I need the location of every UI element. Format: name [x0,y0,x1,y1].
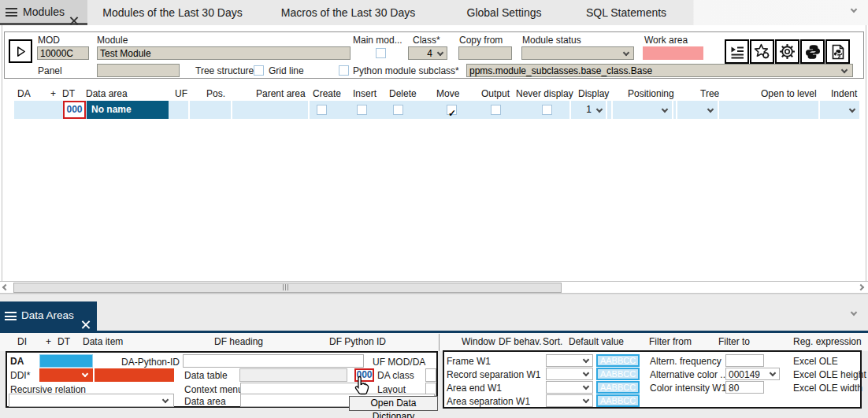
da-python-id-field[interactable] [183,354,364,368]
close-icon[interactable] [81,320,90,329]
da-class-label: DA class [377,371,414,381]
settings-button[interactable] [775,39,799,64]
col-filter-to: Filter to [718,336,750,347]
excel-ole-label: Excel OLE [793,357,838,367]
output-checkbox[interactable] [491,105,501,115]
altern-frequency-field[interactable] [725,354,764,367]
col-uf: UF [175,88,187,99]
col-data-item: Data item [83,336,123,347]
tree-select[interactable] [676,101,719,119]
frame-w1-color[interactable]: AABBCC [596,354,640,367]
display-value: 1 [586,101,592,119]
chevron-down-icon [583,397,589,403]
ddi-label: DDI* [10,371,30,381]
application-window: Modules Modules of the Last 30 Days Macr… [0,0,868,418]
tab-global-settings[interactable]: Global Settings [467,0,542,25]
row-data-area-cell[interactable]: No name [87,101,169,119]
module-status-select[interactable] [521,46,634,60]
class-value: 4 [427,48,432,59]
area-separation-w1-label: Area separation W1 [447,397,530,407]
hamburger-icon[interactable] [6,8,17,17]
tab-data-areas[interactable]: Data Areas [0,301,97,331]
area-separation-w1-select[interactable] [546,394,593,407]
scrollbar-thumb[interactable] [13,283,562,293]
run-list-button[interactable] [725,39,749,64]
insert-checkbox[interactable] [357,105,367,115]
col-default-value: Default value [569,336,624,347]
record-separation-w1-label: Record separation W1 [447,370,540,380]
da-field[interactable] [39,354,93,368]
chevron-down-icon [437,50,443,56]
move-checkbox[interactable]: ✓ [447,105,457,115]
col-positioning: Positioning [628,88,674,99]
bottom-tab-bar [0,301,868,331]
area-separation-w1-color[interactable]: AABBCC [596,394,640,407]
color-intensity-field[interactable]: 80 [725,381,764,394]
tab-macros-last-30-days[interactable]: Macros of the Last 30 Days [281,0,415,25]
tab-modules[interactable]: Modules [0,0,87,25]
excel-ole-height-label: Excel OLE height [793,370,866,380]
python-button[interactable] [800,39,825,64]
recursive-relation-select[interactable] [9,394,174,407]
run-module-button[interactable] [9,39,32,63]
ddi-select[interactable] [39,368,93,382]
close-icon[interactable] [69,17,78,25]
add-item-button[interactable]: + [46,336,51,347]
display-select[interactable]: 1 [569,101,607,119]
chevron-down-icon [849,106,855,113]
col-never-display: Never display [516,88,573,99]
col-da: DA [17,88,31,99]
uf-mod-da-label: UF MOD/DA [373,357,425,368]
positioning-select[interactable] [611,101,673,119]
da-class-field[interactable] [425,368,436,382]
record-separation-w1-select[interactable] [546,368,593,380]
python-subclass-value: ppms.module_subclasses.base_class.Base [469,65,652,76]
col-dt-bottom: DT [57,336,70,347]
alternative-color-select[interactable]: 000149 [725,368,780,380]
python-subclass-select[interactable]: ppms.module_subclasses.base_class.Base [466,64,853,77]
panel-label: Panel [38,66,62,76]
work-area-label: Work area [644,35,688,46]
grid-line-checkbox[interactable] [254,65,264,76]
panel-field[interactable] [97,64,180,77]
data-table-field[interactable] [239,368,347,382]
alternative-color-value: 000149 [729,369,760,380]
work-area-field[interactable] [643,46,703,60]
tab-sql-statements[interactable]: SQL Statements [586,0,666,25]
tab-modules-last-30-days[interactable]: Modules of the Last 30 Days [102,0,242,25]
color-intensity-label: Color intensity W1 [650,383,726,394]
col-insert: Insert [353,88,377,99]
tooltip: Open Data Dictionary [349,396,438,411]
python-subclass-label: Python module subclass* [353,66,459,76]
python-file-icon [830,44,846,60]
never-display-checkbox[interactable] [542,105,552,115]
hamburger-icon[interactable] [5,312,17,320]
data-area-label: Data area [184,397,226,407]
ddi-name-field[interactable] [95,368,174,382]
checkmark-icon: ✓ [448,108,456,119]
module-status-label: Module status [522,35,581,46]
delete-checkbox[interactable] [393,105,403,115]
scrollbar-grip-icon [285,284,286,290]
record-separation-w1-color[interactable]: AABBCC [596,368,640,380]
copy-from-field[interactable] [458,46,512,60]
row-dt-cell[interactable]: 000 [63,101,86,119]
mod-field[interactable]: 10000C [37,46,89,60]
indent-select[interactable] [818,101,861,119]
frame-w1-select[interactable] [546,354,593,367]
area-end-w1-color[interactable]: AABBCC [596,381,640,394]
module-field[interactable]: Test Module [97,46,351,60]
area-end-w1-select[interactable] [546,381,593,394]
create-checkbox[interactable] [317,105,327,115]
excel-ole-width-label: Excel OLE width [793,383,862,394]
python-file-button[interactable] [825,39,850,64]
main-mod-checkbox[interactable] [376,48,386,58]
col-di: DI [17,336,27,347]
star-gear-button[interactable] [750,39,774,64]
alternative-color-label: Alternative color ... [650,370,728,380]
class-select[interactable]: 4 [408,46,447,60]
col-filter-from: Filter from [649,336,692,347]
add-row-button[interactable]: + [50,88,56,99]
col-create: Create [313,88,341,99]
python-subclass-checkbox[interactable] [339,65,349,76]
